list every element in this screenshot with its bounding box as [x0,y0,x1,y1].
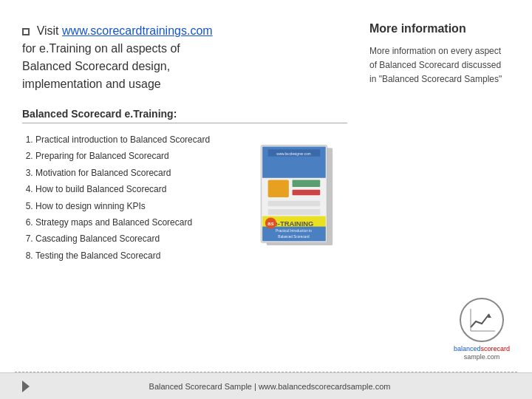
svg-text:Balanced Scorecard: Balanced Scorecard [278,234,310,238]
book-svg: www.bscdesigner.com e-TRAINING Practical… [251,140,347,258]
list-item: Strategy maps and Balanced Scorecard [35,215,240,230]
list-item: Practical introduction to Balanced Score… [35,132,240,147]
footer-arrow-icon [22,381,30,392]
logo-scorecard: scorecard [480,345,510,352]
logo-balanced: balanced [454,345,481,352]
footer-text: Balanced Scorecard Sample | www.balanced… [30,382,510,391]
footer-label: Balanced Scorecard Sample | www.balanced… [149,382,391,391]
bullet-icon [22,28,30,35]
list-item: Preparing for Balanced Scorecard [35,149,240,163]
title-area: Visit www.scorecardtrainings.com for e.T… [22,22,347,93]
title-text: Visit www.scorecardtrainings.com for e.T… [22,24,213,90]
logo-samplecom: sample.com [464,353,500,361]
info-title: More information [369,22,510,35]
svg-rect-7 [293,180,321,186]
title-line4: implementation and usage [22,78,161,90]
svg-text:www.bscdesigner.com: www.bscdesigner.com [276,151,310,155]
training-content: Practical introduction to Balanced Score… [22,132,347,265]
training-list: Practical introduction to Balanced Score… [22,132,240,265]
list-item: Cascading Balanced Scorecard [35,231,240,246]
right-column: More information More information on eve… [362,22,510,357]
left-column: Visit www.scorecardtrainings.com for e.T… [22,22,362,357]
title-line2: for e.Training on all aspects of [22,42,180,55]
list-item: Motivation for Balanced Scorecard [35,166,240,180]
svg-rect-6 [268,180,289,197]
title-link[interactable]: www.scorecardtrainings.com [62,24,213,37]
training-ol: Practical introduction to Balanced Score… [22,132,240,263]
logo-text: balancedscorecard sample.com [454,345,510,362]
slide-container: Visit www.scorecardtrainings.com for e.T… [0,0,532,399]
title-line3: Balanced Scorecard design, [22,60,170,72]
svg-text:e-TRAINING: e-TRAINING [274,219,314,227]
list-item: How to design winning KPIs [35,199,240,214]
footer: Balanced Scorecard Sample | www.balanced… [0,372,532,399]
svg-text:as: as [267,219,273,226]
svg-rect-10 [268,209,321,215]
list-item: How to build Balanced Scorecard [35,182,240,197]
logo-area: balancedscorecard sample.com [454,298,510,362]
list-item: Testing the Balanced Scorecard [35,248,240,263]
svg-rect-8 [293,189,321,195]
section-header: Balanced Scorecard e.Training: [22,108,347,123]
logo-circle [460,298,504,342]
main-content: Visit www.scorecardtrainings.com for e.T… [0,0,532,372]
book-image: www.bscdesigner.com e-TRAINING Practical… [251,132,347,265]
title-visit-text: Visit [37,24,62,37]
chart-icon [467,305,497,335]
info-text: More information on every aspect of Bala… [369,44,510,87]
svg-rect-9 [268,200,321,206]
svg-text:Practical Introduction to: Practical Introduction to [276,229,312,233]
